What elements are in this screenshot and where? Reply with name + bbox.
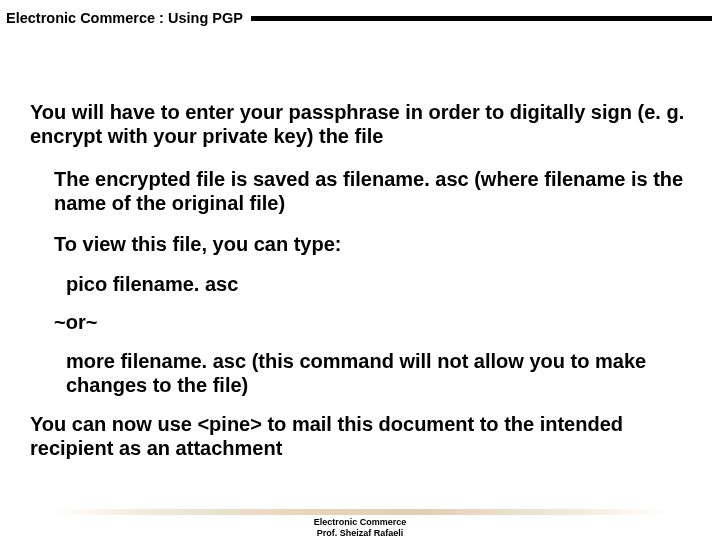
body-paragraph: You can now use <pine> to mail this docu… <box>30 412 690 461</box>
body-paragraph: pico filename. asc <box>66 272 690 296</box>
body-paragraph: The encrypted file is saved as filename.… <box>54 167 690 216</box>
footer-line-1: Electronic Commerce <box>0 517 720 527</box>
footer-line-2: Prof. Sheizaf Rafaeli <box>0 528 720 538</box>
body-paragraph: more filename. asc (this command will no… <box>66 349 690 398</box>
footer-gradient-bar <box>50 509 670 515</box>
body-paragraph: ~or~ <box>54 310 690 334</box>
header-rule <box>251 16 712 21</box>
body-paragraph: To view this file, you can type: <box>54 232 690 256</box>
slide-header: Electronic Commerce : Using PGP <box>0 0 720 30</box>
slide-body: You will have to enter your passphrase i… <box>0 30 720 460</box>
body-paragraph: You will have to enter your passphrase i… <box>30 100 690 149</box>
slide-footer: Electronic Commerce Prof. Sheizaf Rafael… <box>0 509 720 540</box>
header-title: Electronic Commerce : Using PGP <box>6 10 251 26</box>
